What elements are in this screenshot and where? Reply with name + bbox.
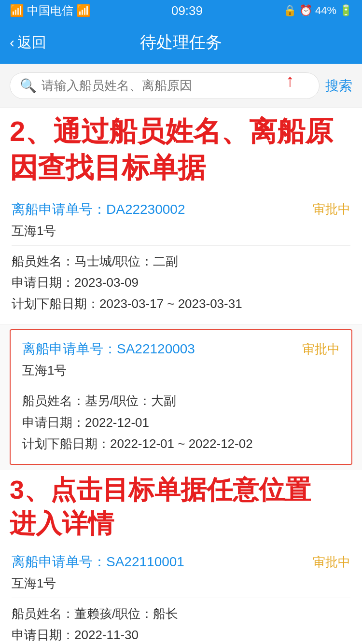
item-status: 审批中	[313, 201, 350, 218]
back-button[interactable]: ‹ 返回	[10, 33, 46, 53]
item-header: 离船申请单号：DA22230002 审批中	[12, 200, 350, 219]
list-item-highlighted[interactable]: 离船申请单号：SA22120003 审批中 互海1号 船员姓名：基另/职位：大副…	[10, 329, 352, 465]
lock-icon: 🔒	[283, 4, 296, 17]
back-chevron-icon: ‹	[10, 34, 14, 51]
item-ship: 互海1号	[22, 362, 340, 379]
item-detail: 船员姓名：马士城/职位：二副 申请日期：2023-03-09 计划下船日期：20…	[12, 251, 350, 315]
item-status: 审批中	[302, 341, 340, 358]
arrow-annotation: ↑	[286, 70, 294, 91]
search-area: 🔍 搜索 ↑	[0, 64, 362, 108]
status-bar-left: 📶 中国电信 📶	[10, 3, 91, 18]
item-header: 离船申请单号：SA22120003 审批中	[22, 340, 340, 358]
item-divider	[12, 245, 350, 246]
item-detail: 船员姓名：董赖孩/职位：船长 申请日期：2022-11-30 计划下船日期：20…	[12, 603, 350, 644]
signal-icon: 📶	[10, 4, 24, 17]
item-header: 离船申请单号：SA22110001 审批中	[12, 553, 350, 571]
item-divider	[12, 598, 350, 598]
item-status: 审批中	[313, 554, 350, 571]
nav-bar: ‹ 返回 待处理任务	[0, 21, 362, 64]
item-number: 离船申请单号：DA22230002	[12, 200, 185, 219]
search-icon: 🔍	[20, 78, 37, 94]
status-bar-time: 09:39	[171, 3, 203, 18]
item-divider	[22, 385, 340, 385]
status-bar-right: 🔒 ⏰ 44% 🔋	[283, 4, 352, 17]
item-number: 离船申请单号：SA22120003	[22, 340, 195, 358]
back-label: 返回	[17, 33, 46, 53]
wifi-icon: 📶	[76, 4, 91, 17]
item-number: 离船申请单号：SA22110001	[12, 553, 184, 571]
item-ship: 互海1号	[12, 223, 350, 239]
list-item[interactable]: 离船申请单号：SA22110001 审批中 互海1号 船员姓名：董赖孩/职位：船…	[0, 543, 362, 644]
item-detail: 船员姓名：基另/职位：大副 申请日期：2022-12-01 计划下船日期：202…	[22, 390, 340, 454]
list-item[interactable]: 离船申请单号：DA22230002 审批中 互海1号 船员姓名：马士城/职位：二…	[0, 191, 362, 325]
battery-icon: 🔋	[339, 4, 352, 17]
search-input[interactable]	[42, 78, 309, 93]
search-button[interactable]: 搜索	[325, 77, 352, 95]
alarm-icon: ⏰	[299, 4, 312, 17]
status-bar: 📶 中国电信 📶 09:39 🔒 ⏰ 44% 🔋	[0, 0, 362, 21]
battery-label: 44%	[315, 4, 336, 17]
search-bar: 🔍 搜索	[0, 64, 362, 108]
item-ship: 互海1号	[12, 575, 350, 592]
annotation-step3: 3、点击目标单据任意位置进入详情	[0, 470, 362, 543]
annotation-step2: 2、通过船员姓名、离船原因查找目标单据	[0, 108, 362, 191]
search-input-wrap[interactable]: 🔍	[10, 72, 320, 99]
carrier-label: 中国电信	[27, 3, 73, 18]
nav-title: 待处理任务	[140, 31, 222, 54]
